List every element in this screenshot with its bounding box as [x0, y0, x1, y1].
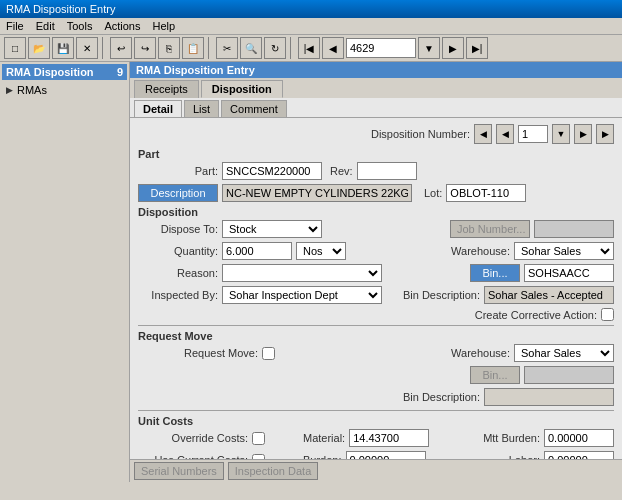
override-material-row: Override Costs: Material: Mtt Burden:: [138, 429, 614, 447]
rm-bin-btn[interactable]: Bin...: [470, 366, 520, 384]
quantity-unit-select[interactable]: Nos: [296, 242, 346, 260]
mtt-burden-label: Mtt Burden:: [483, 432, 540, 444]
bin-desc-label: Bin Description:: [403, 289, 480, 301]
main-area: RMA Disposition 9 ▶ RMAs RMA Disposition…: [0, 62, 622, 482]
toolbar-copy-btn[interactable]: ⎘: [158, 37, 180, 59]
toolbar-nav-input[interactable]: 4629: [346, 38, 416, 58]
corrective-action-label: Create Corrective Action:: [475, 309, 597, 321]
quantity-input[interactable]: [222, 242, 292, 260]
disposition-number-input[interactable]: [518, 125, 548, 143]
toolbar-cut-btn[interactable]: ✂: [216, 37, 238, 59]
sidebar-title: RMA Disposition: [6, 66, 94, 78]
part-section-label: Part: [138, 148, 614, 160]
reason-select[interactable]: [222, 264, 382, 282]
mtt-burden-input[interactable]: [544, 429, 614, 447]
tab-detail[interactable]: Detail: [134, 100, 182, 117]
toolbar-prev2-btn[interactable]: ◀: [322, 37, 344, 59]
sidebar-item-rmas[interactable]: ▶ RMAs: [2, 82, 127, 98]
toolbar-delete-btn[interactable]: ✕: [76, 37, 98, 59]
rev-label: Rev:: [330, 165, 353, 177]
quantity-label: Quantity:: [138, 245, 218, 257]
content-header: RMA Disposition Entry: [130, 62, 622, 78]
menu-help[interactable]: Help: [152, 20, 175, 32]
current-burden-row: Use Current Costs: Burden: Labor:: [138, 451, 614, 459]
tab-comment-label: Comment: [230, 103, 278, 115]
disp-num-dropdown-btn[interactable]: ▼: [552, 124, 570, 144]
lot-label: Lot:: [424, 187, 442, 199]
disp-num-prev-btn[interactable]: ◀: [474, 124, 492, 144]
inspection-data-btn[interactable]: Inspection Data: [228, 462, 318, 480]
bin-btn[interactable]: Bin...: [470, 264, 520, 282]
inner-tab-bar: Detail List Comment: [130, 98, 622, 118]
override-costs-check[interactable]: [252, 432, 265, 445]
corrective-action-check[interactable]: [601, 308, 614, 321]
serial-numbers-btn[interactable]: Serial Numbers: [134, 462, 224, 480]
dispose-to-select[interactable]: Stock: [222, 220, 322, 238]
toolbar-paste-btn[interactable]: 📋: [182, 37, 204, 59]
toolbar-open-btn[interactable]: 📂: [28, 37, 50, 59]
menu-bar: File Edit Tools Actions Help: [0, 18, 622, 35]
disp-num-prev2-btn[interactable]: ◀: [496, 124, 514, 144]
tab-detail-label: Detail: [143, 103, 173, 115]
rm-warehouse-select[interactable]: Sohar Sales: [514, 344, 614, 362]
quantity-row: Quantity: Nos Warehouse: Sohar Sales: [138, 242, 614, 260]
tab-comment[interactable]: Comment: [221, 100, 287, 117]
arrow-icon: ▶: [6, 85, 13, 95]
toolbar-prev-btn[interactable]: |◀: [298, 37, 320, 59]
tab-disposition-label: Disposition: [212, 83, 272, 95]
menu-edit[interactable]: Edit: [36, 20, 55, 32]
toolbar-new-btn[interactable]: □: [4, 37, 26, 59]
sidebar-badge: 9: [117, 66, 123, 78]
tab-receipts[interactable]: Receipts: [134, 80, 199, 98]
request-move-row: Request Move: Warehouse: Sohar Sales: [138, 344, 614, 362]
menu-file[interactable]: File: [6, 20, 24, 32]
toolbar-dropdown-btn[interactable]: ▼: [418, 37, 440, 59]
disp-num-next-btn[interactable]: ▶: [574, 124, 592, 144]
corrective-action-row: Create Corrective Action:: [138, 308, 614, 321]
toolbar-refresh-btn[interactable]: ↻: [264, 37, 286, 59]
part-input[interactable]: [222, 162, 322, 180]
rm-warehouse-label: Warehouse:: [451, 347, 510, 359]
rm-bin-desc-input: [484, 388, 614, 406]
labor-input[interactable]: [544, 451, 614, 459]
content-title: RMA Disposition Entry: [136, 64, 255, 76]
material-input[interactable]: [349, 429, 429, 447]
tab-list[interactable]: List: [184, 100, 219, 117]
divider1: [138, 325, 614, 326]
rm-bin-input: [524, 366, 614, 384]
bin-input[interactable]: [524, 264, 614, 282]
lot-input[interactable]: [446, 184, 526, 202]
content-area: RMA Disposition Entry Receipts Dispositi…: [130, 62, 622, 482]
inspected-row: Inspected By: Sohar Inspection Dept Bin …: [138, 286, 614, 304]
description-row: Description Lot:: [138, 184, 614, 202]
disposition-number-label: Disposition Number:: [371, 128, 470, 140]
sidebar-header: RMA Disposition 9: [2, 64, 127, 80]
request-move-label: Request Move:: [138, 347, 258, 359]
warehouse-select[interactable]: Sohar Sales: [514, 242, 614, 260]
toolbar-save-btn[interactable]: 💾: [52, 37, 74, 59]
part-label: Part:: [138, 165, 218, 177]
menu-tools[interactable]: Tools: [67, 20, 93, 32]
disp-num-last-btn[interactable]: ▶: [596, 124, 614, 144]
job-number-btn[interactable]: Job Number...: [450, 220, 530, 238]
toolbar-search-btn[interactable]: 🔍: [240, 37, 262, 59]
toolbar-undo-btn[interactable]: ↩: [110, 37, 132, 59]
reason-bin-row: Reason: Bin...: [138, 264, 614, 282]
rev-input[interactable]: [357, 162, 417, 180]
toolbar-next-btn[interactable]: ▶: [442, 37, 464, 59]
request-move-check[interactable]: [262, 347, 275, 360]
tab-disposition[interactable]: Disposition: [201, 80, 283, 98]
menu-actions[interactable]: Actions: [104, 20, 140, 32]
toolbar-redo-btn[interactable]: ↪: [134, 37, 156, 59]
description-btn[interactable]: Description: [138, 184, 218, 202]
disposition-section-label: Disposition: [138, 206, 614, 218]
toolbar-sep2: [208, 37, 212, 59]
sidebar-rmas-label: RMAs: [17, 84, 47, 96]
toolbar-sep1: [102, 37, 106, 59]
inspected-by-label: Inspected By:: [138, 289, 218, 301]
material-label: Material:: [303, 432, 345, 444]
toolbar-last-btn[interactable]: ▶|: [466, 37, 488, 59]
inspected-by-select[interactable]: Sohar Inspection Dept: [222, 286, 382, 304]
description-input: [222, 184, 412, 202]
burden-input[interactable]: [346, 451, 426, 459]
